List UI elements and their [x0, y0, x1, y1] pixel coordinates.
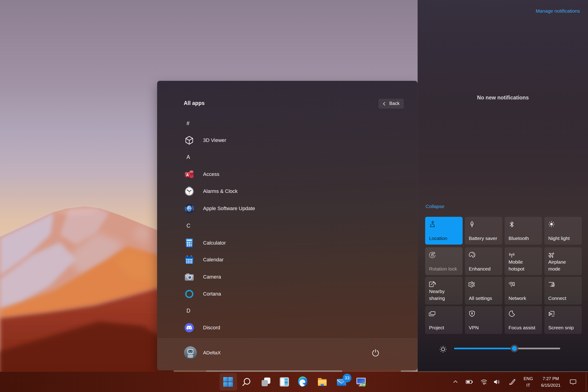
svg-text:A: A	[186, 173, 189, 177]
